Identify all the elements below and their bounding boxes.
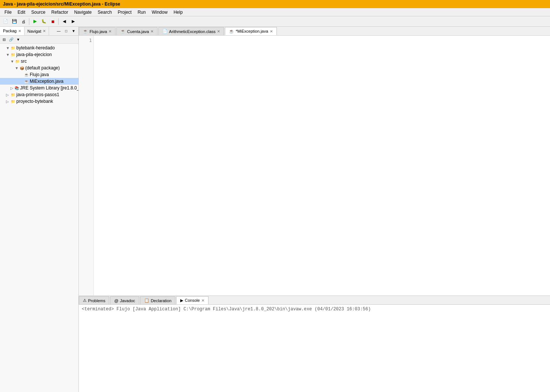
- declaration-icon: 📋: [144, 298, 149, 303]
- toolbar: 📄 💾 🖨 ▶ 🐛 ⏹ ◀ ▶: [0, 16, 550, 27]
- javadoc-icon: @: [114, 298, 118, 303]
- menu-item-help[interactable]: Help: [171, 9, 186, 16]
- tree-project-icon: 📁: [11, 93, 15, 97]
- tab-declaration[interactable]: 📋 Declaration: [140, 296, 176, 304]
- toolbar-run[interactable]: ▶: [31, 17, 39, 26]
- menu-item-navigate[interactable]: Navigate: [71, 9, 94, 16]
- tree-label: MiException.java: [30, 79, 64, 84]
- menu-item-source[interactable]: Source: [28, 9, 48, 16]
- tree-item-bytebank-heredado[interactable]: ▼📁bytebank-heredado: [0, 45, 78, 51]
- editor-scroll[interactable]: 1: [79, 36, 550, 295]
- project-tree: ▼📁bytebank-heredado▼📁java-pila-ejecicion…: [0, 44, 78, 392]
- tree-label: JRE System Library [jre1.8.0_]: [20, 85, 78, 91]
- tree-label: java-pila-ejecicion: [16, 52, 52, 57]
- tree-expand-icon[interactable]: ▷: [10, 86, 13, 90]
- tree-item-java-primeros-pasos1[interactable]: ▷📁java-primeros-pasos1: [0, 91, 78, 98]
- editor-tab-arithmeticexception-class[interactable]: 📄ArithmeticException.class✕: [158, 27, 224, 35]
- tab-close[interactable]: ✕: [151, 29, 153, 33]
- editor-main: ☕Flujo.java✕☕Cuenta.java✕📄ArithmeticExce…: [79, 27, 550, 295]
- tab-icon: ☕: [229, 29, 234, 34]
- toolbar-stop[interactable]: ⏹: [49, 17, 57, 26]
- tab-close[interactable]: ✕: [109, 29, 111, 33]
- editor-tab--miexception-java[interactable]: ☕*MiException.java✕: [225, 27, 276, 35]
- tab-navigator-label: Navigat: [28, 29, 41, 33]
- tree-expand-icon[interactable]: ▼: [10, 59, 14, 63]
- tab-package-label: Packag: [3, 29, 17, 33]
- tab-close[interactable]: ✕: [270, 29, 273, 33]
- tab-navigator-close[interactable]: ✕: [43, 29, 46, 33]
- tab-close[interactable]: ✕: [217, 29, 220, 33]
- toolbar-print[interactable]: 🖨: [19, 17, 28, 26]
- declaration-label: Declaration: [151, 298, 172, 303]
- gutter-line-1: 1: [79, 37, 93, 44]
- javadoc-label: Javadoc: [120, 298, 135, 303]
- tree-expand-icon[interactable]: ▷: [6, 99, 10, 104]
- tree-item-proyecto-bytebank[interactable]: ▷📁proyecto-bytebank: [0, 98, 78, 105]
- menu-bar: FileEditSourceRefactorNavigateSearchProj…: [0, 8, 550, 16]
- left-tabs: Packag ✕ Navigat ✕ — □ ▼: [0, 27, 78, 36]
- console-close[interactable]: ✕: [201, 298, 204, 303]
- toolbar-next[interactable]: ▶: [69, 17, 77, 26]
- editor-tabs: ☕Flujo.java✕☕Cuenta.java✕📄ArithmeticExce…: [79, 27, 550, 36]
- left-panel-menu[interactable]: ▼: [70, 28, 77, 35]
- tree-label: (default package): [25, 65, 60, 71]
- tree-item--default-package-[interactable]: ▼📦(default package): [0, 65, 78, 71]
- tab-package-explorer[interactable]: Packag ✕: [0, 27, 25, 35]
- tree-project-icon: 📁: [11, 99, 15, 104]
- tree-item-flujo-java[interactable]: ☕Flujo.java: [0, 71, 78, 78]
- console-label: Console: [185, 298, 200, 303]
- left-panel-minimize[interactable]: —: [55, 28, 62, 35]
- tab-label: ArithmeticException.class: [169, 29, 216, 34]
- tree-item-src[interactable]: ▼📁src: [0, 58, 78, 65]
- problems-label: Problems: [88, 298, 105, 303]
- tree-item-java-pila-ejecicion[interactable]: ▼📁java-pila-ejecicion: [0, 51, 78, 58]
- toolbar-save[interactable]: 💾: [10, 17, 19, 26]
- toolbar-prev[interactable]: ◀: [60, 17, 68, 26]
- problems-icon: ⚠: [83, 298, 87, 303]
- tab-javadoc[interactable]: @ Javadoc: [110, 296, 139, 304]
- title-text: Java - java-pila-ejecicion/src/MiExcepti…: [3, 1, 120, 7]
- tab-navigator[interactable]: Navigat ✕: [25, 27, 49, 35]
- tab-package-close[interactable]: ✕: [18, 29, 21, 33]
- toolbar-sep-2: [58, 18, 59, 25]
- tree-expand-icon[interactable]: ▼: [15, 66, 19, 70]
- editor-tab-cuenta-java[interactable]: ☕Cuenta.java✕: [116, 27, 158, 35]
- tree-item-miexception-java[interactable]: ☕MiException.java: [0, 78, 78, 85]
- tab-icon: 📄: [162, 29, 168, 34]
- menu-item-search[interactable]: Search: [95, 9, 115, 16]
- tree-label: proyecto-bytebank: [16, 99, 53, 104]
- menu-item-refactor[interactable]: Refactor: [48, 9, 71, 16]
- left-panel-toolbar: ⊟ 🔗 ▼: [0, 36, 78, 44]
- lp-link[interactable]: 🔗: [8, 36, 14, 43]
- toolbar-debug[interactable]: 🐛: [40, 17, 48, 26]
- tree-expand-icon[interactable]: ▷: [6, 93, 10, 97]
- tree-label: Flujo.java: [30, 72, 49, 77]
- console-terminated: <terminated> Flujo [Java Application] C:…: [82, 306, 547, 312]
- right-panel: ☕Flujo.java✕☕Cuenta.java✕📄ArithmeticExce…: [79, 27, 550, 392]
- tab-console[interactable]: ▶ Console ✕: [176, 296, 208, 304]
- main-area: Packag ✕ Navigat ✕ — □ ▼ ⊟ 🔗 ▼ ▼📁byteban…: [0, 27, 550, 392]
- menu-item-file[interactable]: File: [1, 9, 14, 16]
- menu-item-edit[interactable]: Edit: [14, 9, 28, 16]
- menu-item-project[interactable]: Project: [115, 9, 135, 16]
- tab-problems[interactable]: ⚠ Problems: [79, 296, 109, 304]
- menu-item-run[interactable]: Run: [135, 9, 149, 16]
- lp-collapse[interactable]: ⊟: [1, 36, 7, 43]
- editor-tab-flujo-java[interactable]: ☕Flujo.java✕: [79, 27, 116, 35]
- bottom-panel: ⚠ Problems @ Javadoc 📋 Declaration ▶ Con…: [79, 295, 550, 392]
- menu-item-window[interactable]: Window: [149, 9, 171, 16]
- toolbar-new[interactable]: 📄: [1, 17, 10, 26]
- code-content[interactable]: [94, 36, 550, 295]
- left-panel-maximize[interactable]: □: [63, 28, 69, 35]
- tree-expand-icon[interactable]: ▼: [6, 46, 10, 50]
- lp-filter[interactable]: ▼: [15, 36, 22, 43]
- tree-java-icon: ☕: [24, 79, 29, 84]
- tree-label: bytebank-heredado: [16, 45, 55, 50]
- tree-item-jre-system-library--[interactable]: ▷📚JRE System Library [jre1.8.0_]: [0, 85, 78, 91]
- tree-java-icon: ☕: [24, 73, 29, 77]
- bottom-tabs: ⚠ Problems @ Javadoc 📋 Declaration ▶ Con…: [79, 296, 550, 305]
- line-gutter: 1: [79, 36, 94, 295]
- tree-expand-icon[interactable]: ▼: [6, 53, 10, 57]
- console-icon: ▶: [180, 298, 183, 303]
- console-output: <terminated> Flujo [Java Application] C:…: [79, 305, 550, 392]
